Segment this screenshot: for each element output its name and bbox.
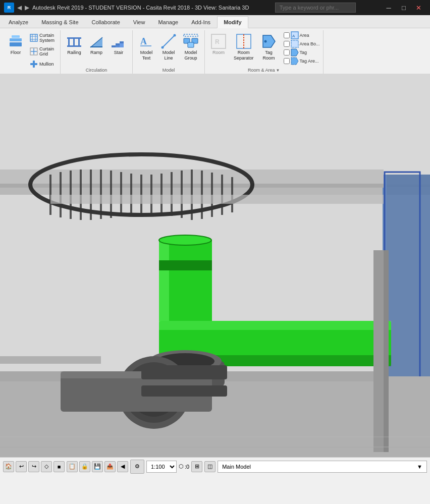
title-bar: R ◀ ▶ Autodesk Revit 2019 - STUDENT VERS… — [0, 0, 430, 15]
render-mode-icon[interactable]: ◫ — [204, 461, 216, 472]
model-group-button[interactable]: ModelGroup — [180, 31, 201, 63]
sync-icon[interactable]: ◇ — [41, 461, 52, 472]
tab-view[interactable]: View — [127, 16, 152, 28]
floor-label: Floor — [11, 50, 21, 55]
model-selector-arrow: ▼ — [417, 464, 422, 470]
title-left: R ◀ ▶ Autodesk Revit 2019 - STUDENT VERS… — [4, 3, 249, 13]
room-separator-icon — [236, 33, 252, 49]
right-taskbar-icons: 📋 🔒 💾 📤 ◀ — [67, 461, 128, 472]
room-area-dropdown-arrow[interactable]: ▼ — [276, 68, 280, 73]
tab-modify[interactable]: Modify — [217, 16, 248, 28]
room-separator-button[interactable]: RoomSeparator — [231, 31, 256, 63]
tag-room-button[interactable]: TagRoom — [258, 31, 280, 63]
area-checkbox-area[interactable] — [284, 32, 290, 38]
room-label: Room — [212, 50, 225, 55]
circulation-buttons: Railing Ramp — [64, 31, 129, 67]
redo-icon[interactable]: ↪ — [28, 461, 39, 472]
floor-button[interactable]: Floor — [5, 31, 26, 58]
model-group-label-text: Model — [136, 67, 201, 74]
clipboard-icon[interactable]: 📋 — [67, 461, 78, 472]
settings-icon[interactable]: ■ — [53, 461, 65, 472]
svg-rect-0 — [10, 42, 22, 46]
mullion-button[interactable]: Mullion — [27, 59, 57, 70]
tab-massing[interactable]: Massing & Site — [35, 16, 85, 28]
nav-forward-arrow[interactable]: ▶ — [25, 4, 29, 11]
svg-rect-17 — [78, 37, 80, 45]
room-icon: R — [210, 33, 227, 49]
model-text-button[interactable]: A ModelText — [136, 31, 157, 63]
svg-rect-96 — [373, 250, 384, 452]
svg-rect-1 — [10, 38, 22, 41]
mullion-icon — [30, 60, 38, 68]
svg-point-29 — [162, 46, 164, 49]
curtain-grid-label: Curtain Grid — [39, 46, 54, 57]
svg-rect-15 — [68, 37, 70, 45]
room-separator-label: RoomSeparator — [234, 50, 254, 61]
curtain-system-icon — [30, 34, 38, 42]
view-mode-icon[interactable]: ⊞ — [191, 461, 202, 472]
ramp-icon — [88, 33, 104, 49]
svg-text:A: A — [140, 36, 147, 46]
window-controls: ─ □ ✕ — [382, 3, 426, 13]
area-checkbox-tag[interactable] — [284, 49, 290, 55]
model-group-label: ModelGroup — [185, 50, 197, 61]
svg-rect-104 — [50, 195, 384, 204]
railing-label: Railing — [67, 50, 81, 55]
ramp-button[interactable]: Ramp — [86, 31, 107, 58]
export-icon[interactable]: 📤 — [104, 461, 116, 472]
tag-room-icon — [261, 33, 277, 49]
stair-button[interactable]: Stair — [108, 31, 129, 58]
curtain-grid-button[interactable]: Curtain Grid — [27, 45, 57, 58]
curtain-system-button[interactable]: Curtain System — [27, 31, 57, 44]
maximize-button[interactable]: □ — [397, 3, 411, 13]
group-room-area: R Room RoomSeparator — [205, 30, 324, 74]
stair-icon — [111, 33, 127, 49]
svg-rect-12 — [30, 63, 37, 65]
lock-icon[interactable]: 🔒 — [79, 461, 90, 472]
close-button[interactable]: ✕ — [412, 3, 426, 13]
railing-button[interactable]: Railing — [64, 31, 85, 58]
tagare-label: Tag Are... — [300, 59, 319, 64]
nav-back-arrow[interactable]: ◀ — [17, 4, 22, 11]
curtain-col: Curtain System Curtain Grid — [27, 31, 57, 70]
minimize-button[interactable]: ─ — [382, 3, 396, 13]
model-line-button[interactable]: ModelLine — [158, 31, 179, 63]
tab-collaborate[interactable]: Collaborate — [85, 16, 127, 28]
undo-icon[interactable]: ↩ — [16, 461, 27, 472]
curtain-grid-icon — [30, 47, 38, 55]
area-checkbox-areabo[interactable] — [284, 41, 290, 47]
tab-addins[interactable]: Add-Ins — [185, 16, 217, 28]
svg-rect-25 — [120, 41, 124, 43]
area-label: Area — [300, 33, 309, 38]
coord-value: :0 — [185, 464, 189, 470]
mullion-label: Mullion — [39, 62, 54, 67]
gear-icon[interactable]: ⚙ — [130, 460, 144, 474]
room-area-label-text: Room & Area ▼ — [208, 67, 320, 74]
area-check-area: A Area — [284, 31, 320, 39]
window-title: Autodesk Revit 2019 - STUDENT VERSION - … — [32, 5, 249, 11]
room-button[interactable]: R Room — [208, 31, 229, 58]
3d-scene — [0, 74, 430, 457]
collapse-icon[interactable]: ◀ — [117, 461, 128, 472]
svg-rect-20 — [90, 46, 102, 47]
build-buttons: Floor Curtain System — [5, 31, 57, 72]
svg-rect-2 — [12, 35, 20, 38]
model-selector[interactable]: Main Model ▼ — [218, 461, 427, 473]
svg-rect-34 — [184, 34, 198, 36]
tab-manage[interactable]: Manage — [151, 16, 185, 28]
floor-icon — [8, 33, 24, 49]
scale-dropdown[interactable]: 1:100 1:50 1:200 — [146, 461, 177, 473]
home-icon[interactable]: 🏠 — [3, 461, 14, 472]
search-input[interactable] — [275, 3, 356, 13]
svg-rect-37 — [237, 34, 251, 48]
room-area-buttons: R Room RoomSeparator — [208, 31, 320, 67]
coordinate-display: ⬡ :0 — [179, 463, 189, 470]
model-selector-label: Main Model — [222, 464, 251, 470]
stair-label: Stair — [114, 50, 124, 55]
save-icon[interactable]: 💾 — [92, 461, 103, 472]
app-icon: R — [4, 3, 14, 13]
svg-rect-16 — [73, 37, 75, 45]
area-checkbox-tagare[interactable] — [284, 58, 290, 64]
tab-analyze[interactable]: Analyze — [2, 16, 35, 28]
curtain-system-label: Curtain System — [39, 33, 55, 43]
